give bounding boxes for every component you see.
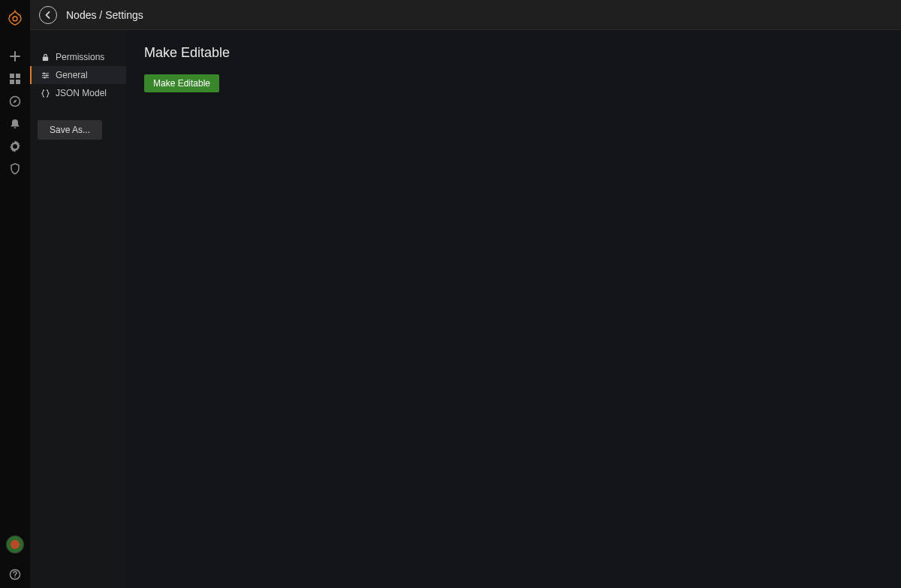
nav-rail: [0, 0, 30, 588]
sliders-icon: [41, 71, 50, 80]
grafana-logo[interactable]: [5, 8, 26, 29]
nav-configuration[interactable]: [0, 135, 30, 158]
nav-explore[interactable]: [0, 90, 30, 113]
nav-create[interactable]: [0, 45, 30, 68]
svg-rect-2: [16, 74, 20, 78]
dashboard-icon: [9, 73, 21, 85]
settings-sidebar: Permissions General: [30, 30, 126, 588]
breadcrumb: Nodes / Settings: [66, 9, 143, 21]
nav-help[interactable]: [0, 561, 30, 588]
json-icon: [41, 89, 50, 98]
settings-item-json-model[interactable]: JSON Model: [30, 84, 126, 102]
content-title: Make Editable: [144, 45, 883, 61]
lock-icon: [41, 53, 50, 62]
gear-icon: [9, 140, 21, 152]
svg-point-0: [13, 17, 17, 21]
settings-item-general[interactable]: General: [30, 66, 126, 84]
user-avatar[interactable]: [6, 535, 24, 553]
settings-content: Make Editable Make Editable: [126, 30, 901, 588]
nav-dashboards[interactable]: [0, 68, 30, 90]
main-column: Nodes / Settings Permissions: [30, 0, 901, 588]
svg-rect-8: [42, 56, 47, 61]
svg-rect-1: [10, 74, 14, 78]
shield-icon: [9, 163, 21, 175]
nav-admin[interactable]: [0, 158, 30, 180]
topbar: Nodes / Settings: [30, 0, 901, 30]
svg-point-11: [44, 77, 45, 78]
arrow-left-icon: [44, 11, 53, 20]
nav-alerting[interactable]: [0, 113, 30, 135]
settings-body: Permissions General: [30, 30, 901, 588]
svg-rect-4: [16, 80, 20, 84]
svg-point-7: [14, 577, 16, 578]
plus-icon: [9, 50, 21, 62]
svg-point-10: [46, 74, 47, 76]
back-button[interactable]: [39, 6, 57, 24]
settings-item-permissions[interactable]: Permissions: [30, 48, 126, 66]
svg-point-9: [43, 72, 44, 74]
settings-item-label: General: [56, 70, 88, 80]
make-editable-button[interactable]: Make Editable: [144, 74, 219, 92]
settings-item-label: Permissions: [56, 52, 104, 62]
save-as-button[interactable]: Save As...: [38, 120, 102, 140]
grafana-logo-icon: [7, 10, 23, 26]
help-icon: [9, 568, 21, 580]
save-as-wrap: Save As...: [30, 102, 126, 140]
bell-icon: [9, 118, 21, 130]
svg-rect-3: [10, 80, 14, 84]
settings-item-label: JSON Model: [56, 88, 107, 98]
compass-icon: [9, 95, 21, 107]
